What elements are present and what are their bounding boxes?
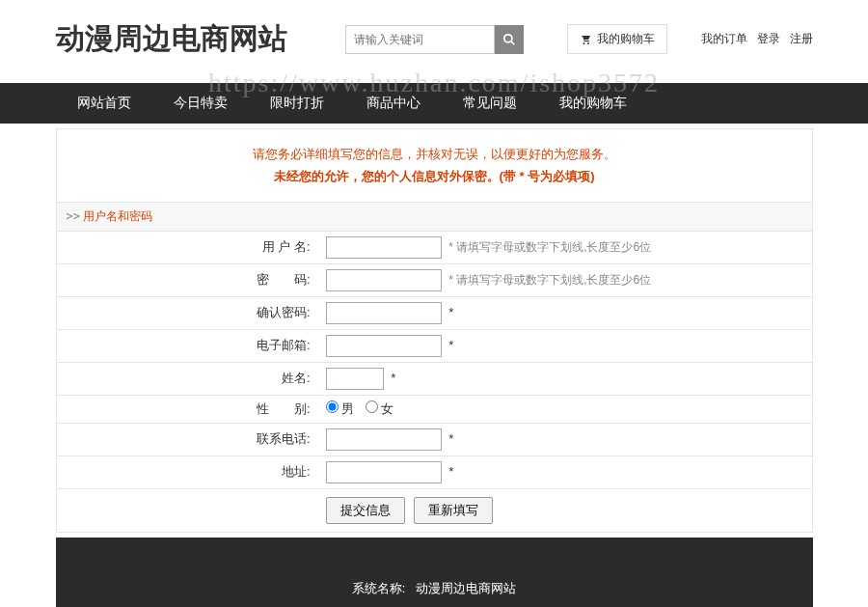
cart-link[interactable]: 我的购物车	[567, 24, 667, 54]
hint-username: * 请填写字母或数字下划线,长度至少6位	[448, 240, 651, 254]
reset-button[interactable]: 重新填写	[414, 497, 493, 524]
phone-input[interactable]	[326, 428, 442, 451]
star-phone: *	[448, 431, 453, 446]
gender-male-text: 男	[341, 401, 354, 416]
notice-line1: 请您务必详细填写您的信息，并核对无误，以便更好的为您服务。	[253, 147, 616, 161]
svg-point-3	[587, 42, 589, 44]
nav-faq[interactable]: 常见问题	[442, 83, 538, 124]
section-title: 用户名和密码	[83, 209, 152, 223]
form-notice: 请您务必详细填写您的信息，并核对无误，以便更好的为您服务。 未经您的允许，您的个…	[57, 129, 812, 202]
svg-point-2	[583, 42, 584, 44]
gender-male-radio[interactable]	[326, 400, 339, 413]
register-form-panel: 请您务必详细填写您的信息，并核对无误，以便更好的为您服务。 未经您的允许，您的个…	[56, 128, 813, 533]
nav-my-cart[interactable]: 我的购物车	[538, 83, 648, 124]
star-confirm: *	[448, 305, 453, 319]
label-confirm: 确认密码:	[57, 296, 320, 329]
form-table: 用 户 名: * 请填写字母或数字下划线,长度至少6位 密 码: * 请填写字母…	[57, 232, 812, 532]
header: 动漫周边电商网站 我的购物车 我的订单 登录 注册	[56, 0, 813, 83]
row-gender: 性 别: 男 女	[57, 395, 812, 423]
realname-input[interactable]	[326, 368, 384, 390]
cart-icon	[580, 34, 591, 45]
top-links: 我的订单 登录 注册	[701, 31, 813, 47]
star-address: *	[448, 464, 453, 479]
password-input[interactable]	[326, 269, 442, 291]
my-orders-link[interactable]: 我的订单	[701, 31, 747, 47]
username-input[interactable]	[326, 236, 442, 259]
submit-button[interactable]: 提交信息	[326, 497, 405, 524]
svg-point-0	[503, 34, 511, 41]
search-input[interactable]	[345, 25, 495, 54]
label-phone: 联系电话:	[57, 423, 320, 455]
label-password: 密 码:	[57, 263, 320, 296]
gender-male-label[interactable]: 男	[326, 401, 358, 416]
nav-today-sale[interactable]: 今日特卖	[152, 83, 249, 124]
row-confirm: 确认密码: *	[57, 296, 812, 329]
section-arrows: >>	[67, 209, 80, 223]
label-username: 用 户 名:	[57, 232, 320, 264]
label-realname: 姓名:	[57, 362, 320, 395]
email-input[interactable]	[326, 335, 442, 357]
nav-product-center[interactable]: 商品中心	[345, 83, 442, 124]
label-gender: 性 别:	[57, 395, 320, 423]
footer: 系统名称: 动漫周边电商网站 电话: 000-000000000	[56, 538, 813, 607]
search-icon	[502, 33, 516, 46]
star-realname: *	[391, 371, 395, 385]
cart-label: 我的购物车	[597, 31, 655, 47]
row-username: 用 户 名: * 请填写字母或数字下划线,长度至少6位	[57, 232, 812, 264]
address-input[interactable]	[326, 461, 442, 483]
star-email: *	[448, 338, 453, 352]
confirm-password-input[interactable]	[326, 302, 442, 324]
hint-password: * 请填写字母或数字下划线,长度至少6位	[448, 273, 651, 287]
notice-line2: 未经您的允许，您的个人信息对外保密。(带 * 号为必填项)	[274, 169, 595, 183]
row-buttons: 提交信息 重新填写	[57, 488, 812, 532]
row-email: 电子邮箱: *	[57, 329, 812, 362]
row-address: 地址: *	[57, 455, 812, 488]
nav-home[interactable]: 网站首页	[56, 83, 152, 124]
gender-female-text: 女	[381, 401, 393, 416]
footer-sysname-label: 系统名称:	[352, 581, 406, 595]
row-phone: 联系电话: *	[57, 423, 812, 455]
gender-female-label[interactable]: 女	[366, 401, 394, 416]
svg-line-1	[510, 41, 514, 44]
label-address: 地址:	[57, 455, 320, 488]
nav-discount[interactable]: 限时打折	[249, 83, 345, 124]
row-realname: 姓名: *	[57, 362, 812, 395]
footer-sysname-value: 动漫周边电商网站	[416, 581, 516, 595]
row-password: 密 码: * 请填写字母或数字下划线,长度至少6位	[57, 263, 812, 296]
register-link[interactable]: 注册	[790, 31, 813, 47]
section-header: >> 用户名和密码	[57, 202, 812, 232]
main-nav: 网站首页 今日特卖 限时打折 商品中心 常见问题 我的购物车	[0, 83, 868, 124]
site-title: 动漫周边电商网站	[56, 19, 287, 59]
login-link[interactable]: 登录	[757, 31, 780, 47]
search-box	[345, 25, 524, 54]
search-button[interactable]	[495, 25, 524, 54]
label-email: 电子邮箱:	[57, 329, 320, 362]
gender-female-radio[interactable]	[366, 400, 378, 413]
